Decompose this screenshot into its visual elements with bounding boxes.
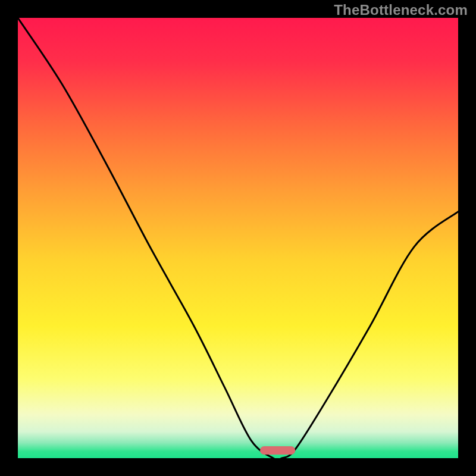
plot-area — [18, 18, 458, 458]
source-attribution: TheBottleneck.com — [334, 2, 468, 18]
bottleneck-chart — [18, 18, 458, 458]
optimum-marker — [260, 446, 295, 455]
chart-frame: TheBottleneck.com — [0, 0, 476, 476]
gradient-background — [18, 18, 458, 458]
